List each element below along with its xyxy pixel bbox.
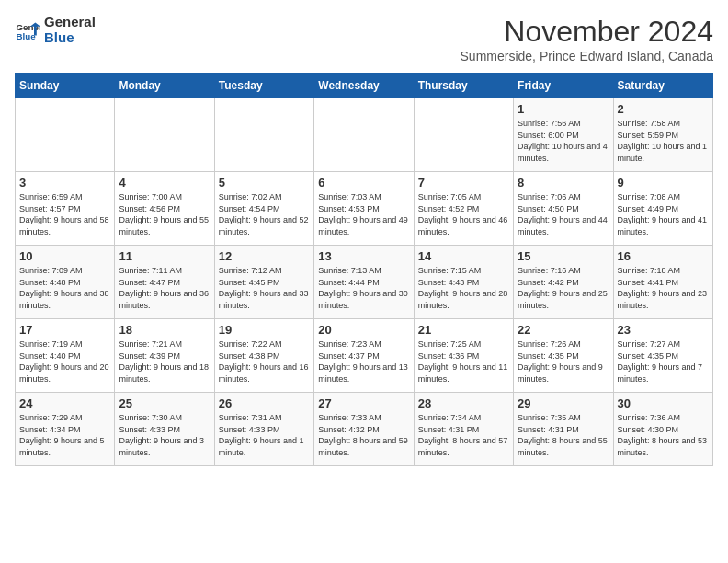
day-cell: 22Sunrise: 7:26 AM Sunset: 4:35 PM Dayli… [514, 319, 613, 393]
day-info: Sunrise: 7:13 AM Sunset: 4:44 PM Dayligh… [318, 265, 409, 311]
day-info: Sunrise: 7:11 AM Sunset: 4:47 PM Dayligh… [119, 265, 210, 311]
calendar-title: November 2024 [461, 15, 713, 49]
logo-icon: General Blue [15, 17, 40, 43]
day-number: 23 [618, 323, 709, 337]
day-number: 3 [19, 176, 110, 190]
day-info: Sunrise: 7:19 AM Sunset: 4:40 PM Dayligh… [19, 339, 110, 385]
day-number: 28 [418, 396, 509, 410]
day-number: 13 [318, 249, 409, 263]
day-info: Sunrise: 7:06 AM Sunset: 4:50 PM Dayligh… [518, 191, 609, 237]
day-info: Sunrise: 7:23 AM Sunset: 4:37 PM Dayligh… [318, 339, 409, 385]
day-info: Sunrise: 7:25 AM Sunset: 4:36 PM Dayligh… [418, 339, 509, 385]
day-info: Sunrise: 7:26 AM Sunset: 4:35 PM Dayligh… [518, 339, 609, 385]
logo: General Blue General Blue [15, 15, 96, 45]
day-cell: 14Sunrise: 7:15 AM Sunset: 4:43 PM Dayli… [414, 246, 513, 319]
day-info: Sunrise: 7:18 AM Sunset: 4:41 PM Dayligh… [618, 265, 709, 311]
day-cell: 7Sunrise: 7:05 AM Sunset: 4:52 PM Daylig… [414, 172, 513, 246]
header-cell-monday: Monday [115, 74, 214, 98]
day-cell: 8Sunrise: 7:06 AM Sunset: 4:50 PM Daylig… [514, 172, 613, 246]
day-info: Sunrise: 7:09 AM Sunset: 4:48 PM Dayligh… [19, 265, 110, 311]
calendar-header: SundayMondayTuesdayWednesdayThursdayFrid… [16, 74, 713, 98]
calendar-table: SundayMondayTuesdayWednesdayThursdayFrid… [15, 73, 713, 466]
day-number: 27 [318, 396, 409, 410]
day-info: Sunrise: 7:02 AM Sunset: 4:54 PM Dayligh… [219, 191, 310, 237]
day-info: Sunrise: 7:03 AM Sunset: 4:53 PM Dayligh… [318, 191, 409, 237]
day-cell: 21Sunrise: 7:25 AM Sunset: 4:36 PM Dayli… [414, 319, 513, 393]
day-info: Sunrise: 7:27 AM Sunset: 4:35 PM Dayligh… [618, 339, 709, 385]
day-number: 22 [518, 323, 609, 337]
day-info: Sunrise: 7:21 AM Sunset: 4:39 PM Dayligh… [119, 339, 210, 385]
day-cell: 30Sunrise: 7:36 AM Sunset: 4:30 PM Dayli… [613, 393, 712, 466]
day-number: 26 [219, 396, 310, 410]
day-number: 19 [219, 323, 310, 337]
day-number: 17 [19, 323, 110, 337]
day-info: Sunrise: 7:12 AM Sunset: 4:45 PM Dayligh… [219, 265, 310, 311]
day-number: 8 [518, 176, 609, 190]
day-info: Sunrise: 7:00 AM Sunset: 4:56 PM Dayligh… [119, 191, 210, 237]
day-cell: 16Sunrise: 7:18 AM Sunset: 4:41 PM Dayli… [613, 246, 712, 319]
day-cell: 10Sunrise: 7:09 AM Sunset: 4:48 PM Dayli… [16, 246, 115, 319]
day-info: Sunrise: 7:34 AM Sunset: 4:31 PM Dayligh… [418, 412, 509, 458]
day-cell: 15Sunrise: 7:16 AM Sunset: 4:42 PM Dayli… [514, 246, 613, 319]
day-number: 29 [518, 396, 609, 410]
day-number: 7 [418, 176, 509, 190]
day-number: 10 [19, 249, 110, 263]
day-cell [414, 98, 513, 172]
day-info: Sunrise: 7:33 AM Sunset: 4:32 PM Dayligh… [318, 412, 409, 458]
day-number: 25 [119, 396, 210, 410]
day-cell [214, 98, 313, 172]
day-cell: 2Sunrise: 7:58 AM Sunset: 5:59 PM Daylig… [613, 98, 712, 172]
day-cell: 17Sunrise: 7:19 AM Sunset: 4:40 PM Dayli… [16, 319, 115, 393]
day-number: 1 [518, 102, 609, 116]
day-number: 5 [219, 176, 310, 190]
day-cell: 20Sunrise: 7:23 AM Sunset: 4:37 PM Dayli… [314, 319, 414, 393]
day-number: 2 [618, 102, 709, 116]
day-cell: 13Sunrise: 7:13 AM Sunset: 4:44 PM Dayli… [314, 246, 414, 319]
day-cell: 5Sunrise: 7:02 AM Sunset: 4:54 PM Daylig… [214, 172, 313, 246]
day-cell [16, 98, 115, 172]
day-number: 15 [518, 249, 609, 263]
day-info: Sunrise: 7:56 AM Sunset: 6:00 PM Dayligh… [518, 118, 609, 164]
week-row-4: 24Sunrise: 7:29 AM Sunset: 4:34 PM Dayli… [16, 393, 713, 466]
day-cell: 19Sunrise: 7:22 AM Sunset: 4:38 PM Dayli… [214, 319, 313, 393]
header: General Blue General Blue November 2024 … [15, 15, 713, 63]
day-cell: 25Sunrise: 7:30 AM Sunset: 4:33 PM Dayli… [115, 393, 214, 466]
day-info: Sunrise: 7:31 AM Sunset: 4:33 PM Dayligh… [219, 412, 310, 458]
day-info: Sunrise: 7:30 AM Sunset: 4:33 PM Dayligh… [119, 412, 210, 458]
day-cell: 29Sunrise: 7:35 AM Sunset: 4:31 PM Dayli… [514, 393, 613, 466]
day-number: 4 [119, 176, 210, 190]
day-cell: 23Sunrise: 7:27 AM Sunset: 4:35 PM Dayli… [613, 319, 712, 393]
calendar-subtitle: Summerside, Prince Edward Island, Canada [461, 49, 713, 63]
day-info: Sunrise: 7:58 AM Sunset: 5:59 PM Dayligh… [618, 118, 709, 164]
day-number: 18 [119, 323, 210, 337]
day-cell [115, 98, 214, 172]
header-row: SundayMondayTuesdayWednesdayThursdayFrid… [16, 74, 713, 98]
day-cell: 18Sunrise: 7:21 AM Sunset: 4:39 PM Dayli… [115, 319, 214, 393]
day-cell: 4Sunrise: 7:00 AM Sunset: 4:56 PM Daylig… [115, 172, 214, 246]
day-number: 9 [618, 176, 709, 190]
title-area: November 2024 Summerside, Prince Edward … [461, 15, 713, 63]
day-number: 6 [318, 176, 409, 190]
svg-text:Blue: Blue [16, 30, 36, 40]
day-cell: 9Sunrise: 7:08 AM Sunset: 4:49 PM Daylig… [613, 172, 712, 246]
header-cell-wednesday: Wednesday [314, 74, 414, 98]
header-cell-saturday: Saturday [613, 74, 712, 98]
day-cell: 1Sunrise: 7:56 AM Sunset: 6:00 PM Daylig… [514, 98, 613, 172]
day-info: Sunrise: 7:05 AM Sunset: 4:52 PM Dayligh… [418, 191, 509, 237]
day-cell: 12Sunrise: 7:12 AM Sunset: 4:45 PM Dayli… [214, 246, 313, 319]
day-number: 14 [418, 249, 509, 263]
week-row-2: 10Sunrise: 7:09 AM Sunset: 4:48 PM Dayli… [16, 246, 713, 319]
day-number: 16 [618, 249, 709, 263]
logo-blue: Blue [44, 30, 96, 46]
day-cell: 3Sunrise: 6:59 AM Sunset: 4:57 PM Daylig… [16, 172, 115, 246]
header-cell-thursday: Thursday [414, 74, 513, 98]
day-cell: 27Sunrise: 7:33 AM Sunset: 4:32 PM Dayli… [314, 393, 414, 466]
day-number: 20 [318, 323, 409, 337]
day-number: 24 [19, 396, 110, 410]
header-cell-friday: Friday [514, 74, 613, 98]
day-info: Sunrise: 7:16 AM Sunset: 4:42 PM Dayligh… [518, 265, 609, 311]
week-row-0: 1Sunrise: 7:56 AM Sunset: 6:00 PM Daylig… [16, 98, 713, 172]
day-cell [314, 98, 414, 172]
day-cell: 11Sunrise: 7:11 AM Sunset: 4:47 PM Dayli… [115, 246, 214, 319]
header-cell-tuesday: Tuesday [214, 74, 313, 98]
